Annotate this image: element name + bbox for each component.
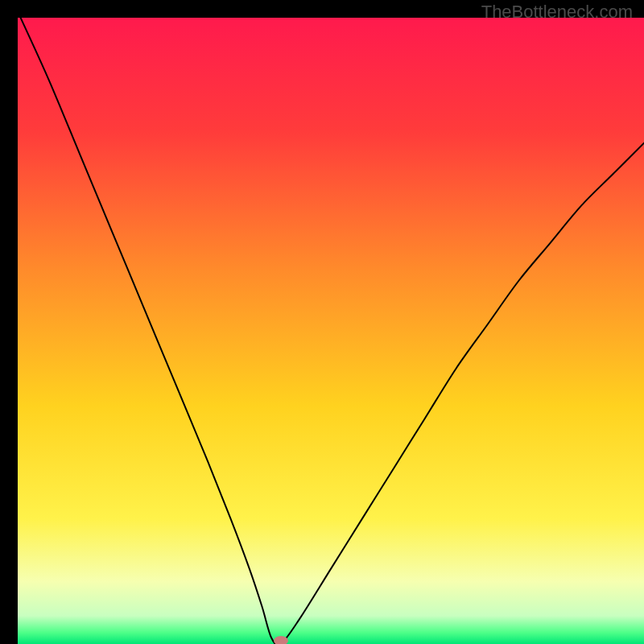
chart-frame [9,9,635,635]
watermark-text: TheBottleneck.com [481,2,633,23]
optimal-point-marker [274,636,288,644]
bottleneck-curve [18,18,644,644]
plot-area [18,18,644,644]
